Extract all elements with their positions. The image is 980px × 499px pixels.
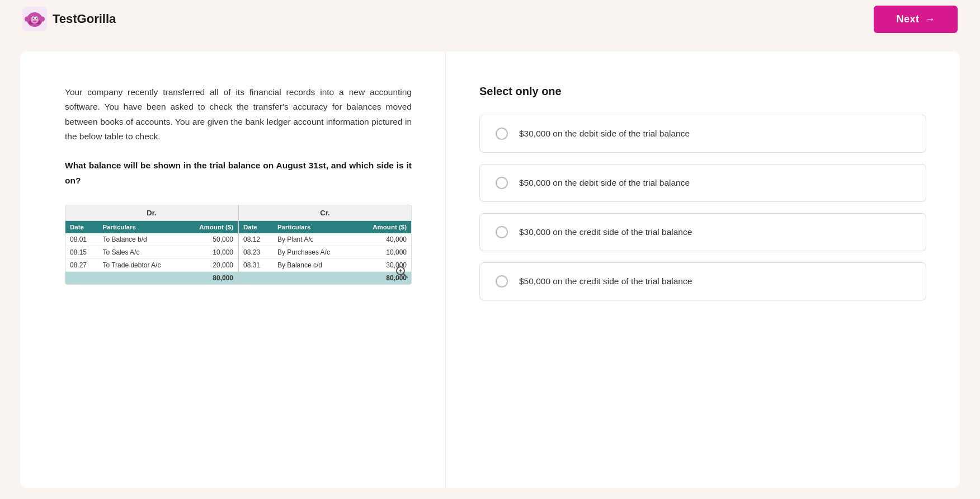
radio-circle-4 (496, 275, 508, 288)
left-panel: Your company recently transferred all of… (20, 51, 446, 488)
next-arrow-icon: → (925, 13, 936, 25)
option-text-4: $50,000 on the credit side of the trial … (519, 276, 692, 286)
cr-particulars: By Balance c/d (273, 259, 355, 272)
cr-col-particulars: Particulars (273, 221, 355, 233)
radio-circle-1 (496, 128, 508, 140)
dr-particulars: To Sales A/c (98, 246, 183, 259)
radio-circle-3 (496, 226, 508, 238)
option-row-3[interactable]: $30,000 on the credit side of the trial … (479, 213, 926, 251)
dr-table-row: 08.15 To Sales A/c 10,000 (65, 246, 238, 259)
ledger-container: Dr. Date Particulars Amount ($) 08.01 To… (65, 205, 412, 285)
cr-table-row: 08.31 By Balance c/d 30,000 (239, 259, 411, 272)
dr-date: 08.15 (65, 246, 98, 259)
cr-particulars: By Plant A/c (273, 233, 355, 246)
header: TestGorilla Next → (0, 0, 980, 38)
cr-table-row: 08.23 By Purchases A/c 10,000 (239, 246, 411, 259)
dr-particulars: To Trade debtor A/c (98, 259, 183, 272)
question-paragraph: Your company recently transferred all of… (65, 85, 412, 144)
dr-date: 08.01 (65, 233, 98, 246)
svg-point-11 (40, 17, 45, 22)
logo-area: TestGorilla (22, 7, 116, 31)
cr-date (239, 272, 273, 285)
option-text-3: $30,000 on the credit side of the trial … (519, 227, 692, 237)
radio-circle-2 (496, 177, 508, 189)
dr-col-particulars: Particulars (98, 221, 183, 233)
dr-col-amount: Amount ($) (183, 221, 238, 233)
cr-particulars: By Purchases A/c (273, 246, 355, 259)
svg-point-10 (25, 17, 29, 22)
next-button-label: Next (896, 13, 919, 25)
dr-date (65, 272, 98, 285)
zoom-icon[interactable] (395, 266, 408, 281)
cr-table-row: 80,000 (239, 272, 411, 285)
svg-point-7 (32, 17, 34, 18)
cr-col-amount: Amount ($) (355, 221, 411, 233)
logo-icon (22, 7, 47, 31)
option-row-1[interactable]: $30,000 on the debit side of the trial b… (479, 115, 926, 153)
next-button[interactable]: Next → (874, 6, 958, 33)
option-row-4[interactable]: $50,000 on the credit side of the trial … (479, 262, 926, 300)
cr-table: Date Particulars Amount ($) 08.12 By Pla… (239, 221, 411, 284)
logo-text: TestGorilla (53, 12, 116, 26)
dr-table: Date Particulars Amount ($) 08.01 To Bal… (65, 221, 238, 284)
cr-date: 08.23 (239, 246, 273, 259)
option-text-1: $30,000 on the debit side of the trial b… (519, 129, 690, 139)
dr-col-date: Date (65, 221, 98, 233)
options-container: $30,000 on the debit side of the trial b… (479, 115, 926, 300)
question-bold: What balance will be shown in the trial … (65, 158, 412, 188)
cr-table-row: 08.12 By Plant A/c 40,000 (239, 233, 411, 246)
right-panel: Select only one $30,000 on the debit sid… (446, 51, 960, 488)
cr-title: Cr. (239, 205, 411, 221)
dr-amount: 10,000 (183, 246, 238, 259)
cr-date: 08.31 (239, 259, 273, 272)
dr-table-row: 08.01 To Balance b/d 50,000 (65, 233, 238, 246)
svg-point-8 (36, 17, 37, 18)
cr-date: 08.12 (239, 233, 273, 246)
dr-table-row: 80,000 (65, 272, 238, 285)
svg-point-9 (33, 21, 36, 22)
ledger-dr-side: Dr. Date Particulars Amount ($) 08.01 To… (65, 205, 238, 284)
cr-particulars (273, 272, 355, 285)
main-card: Your company recently transferred all of… (20, 51, 960, 488)
dr-table-row: 08.27 To Trade debtor A/c 20,000 (65, 259, 238, 272)
ledger-cr-side: Cr. Date Particulars Amount ($) 08.12 By… (239, 205, 411, 284)
option-row-2[interactable]: $50,000 on the debit side of the trial b… (479, 164, 926, 202)
dr-amount: 20,000 (183, 259, 238, 272)
dr-title: Dr. (65, 205, 238, 221)
dr-amount: 50,000 (183, 233, 238, 246)
cr-amount: 10,000 (355, 246, 411, 259)
option-text-2: $50,000 on the debit side of the trial b… (519, 178, 690, 188)
svg-line-13 (404, 274, 408, 278)
cr-amount: 40,000 (355, 233, 411, 246)
cr-col-date: Date (239, 221, 273, 233)
dr-particulars (98, 272, 183, 285)
dr-amount: 80,000 (183, 272, 238, 285)
dr-particulars: To Balance b/d (98, 233, 183, 246)
dr-date: 08.27 (65, 259, 98, 272)
select-label: Select only one (479, 85, 926, 98)
